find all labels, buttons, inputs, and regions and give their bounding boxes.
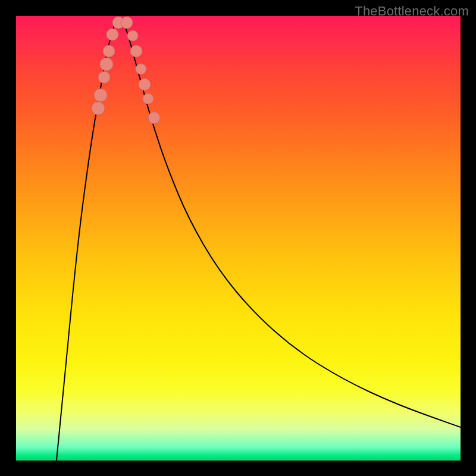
data-markers [92, 17, 160, 124]
data-marker [127, 30, 138, 41]
chart-plot-area [16, 16, 461, 461]
data-marker [121, 17, 133, 29]
curve-left-branch [57, 20, 116, 461]
bottleneck-curve [57, 20, 461, 461]
data-marker [92, 102, 105, 115]
watermark-text: TheBottleneck.com [355, 4, 469, 19]
data-marker [130, 45, 142, 57]
data-marker [98, 71, 110, 83]
chart-svg [16, 16, 461, 461]
data-marker [107, 29, 118, 40]
data-marker [148, 112, 160, 124]
data-marker [103, 45, 115, 57]
data-marker [94, 89, 107, 102]
data-marker [100, 58, 113, 71]
data-marker [139, 79, 151, 90]
chart-frame: TheBottleneck.com [0, 0, 476, 476]
curve-right-branch [123, 20, 461, 427]
data-marker [136, 64, 146, 74]
data-marker [143, 93, 154, 104]
